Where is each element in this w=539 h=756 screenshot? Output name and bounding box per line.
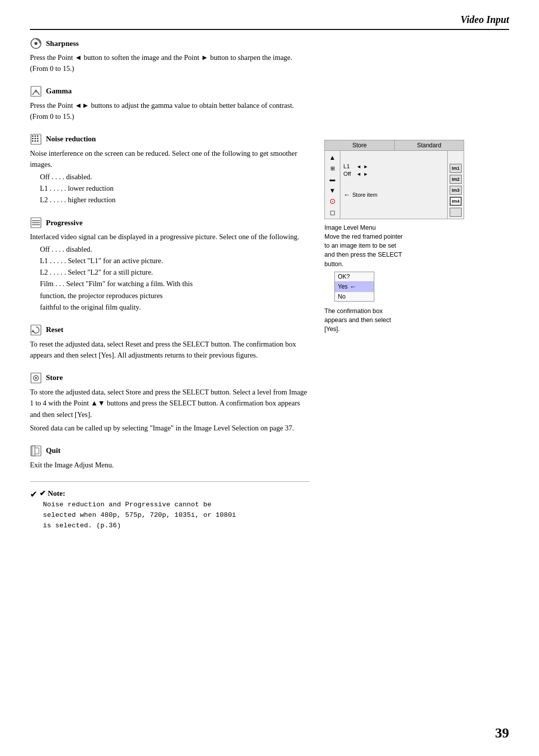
- confirm-caption: The confirmation box appears and then se…: [324, 307, 514, 334]
- reset-body: To reset the adjusted data, select Reset…: [30, 339, 309, 361]
- confirm-ok: OK?: [335, 272, 374, 282]
- page-number: 39: [495, 725, 509, 741]
- menu-right-images: Im1 Im2 Im3 Im4: [447, 151, 464, 219]
- gamma-title: Gamma: [46, 87, 72, 95]
- section-noise: Noise reduction Noise interference on th…: [30, 133, 309, 206]
- quit-body: Exit the Image Adjust Menu.: [30, 459, 309, 470]
- section-store: Store To store the adjusted data, select…: [30, 372, 309, 434]
- store-item-line: ← Store item: [343, 191, 444, 199]
- noise-body: Noise interference on the screen can be …: [30, 148, 309, 170]
- note-section: ✔ ✔ Note: Noise reduction and Progressiv…: [30, 489, 309, 531]
- store-body: To store the adjusted data, select Store…: [30, 386, 309, 434]
- menu-icon-bar: ▬: [327, 175, 338, 184]
- menu-left-icons: ▲ ⊞ ▬ ▼ ⊙ ◻: [325, 151, 340, 219]
- note-body: Noise reduction and Progressive cannot b…: [43, 500, 309, 531]
- header-divider: [30, 29, 509, 30]
- svg-rect-9: [37, 138, 38, 139]
- menu-image-4: Im4: [450, 197, 462, 206]
- menu-icon-down: ▼: [327, 186, 338, 195]
- noise-icon: [30, 133, 42, 145]
- svg-rect-17: [31, 325, 41, 335]
- menu-row-off: Off ◄ ►: [343, 171, 444, 177]
- store-item-label: Store item: [352, 192, 377, 198]
- confirm-box: OK? Yes ← No: [334, 272, 374, 302]
- sharpness-body: Press the Point ◄ button to soften the i…: [30, 52, 309, 74]
- svg-rect-4: [32, 135, 33, 137]
- gamma-body: Press the Point ◄► buttons to adjust the…: [30, 100, 309, 122]
- progressive-icon: [30, 217, 42, 229]
- noise-title: Noise reduction: [46, 135, 96, 143]
- confirm-yes: Yes ←: [335, 282, 374, 292]
- svg-rect-7: [32, 138, 33, 139]
- quit-icon: [30, 445, 42, 457]
- section-gamma: Gamma Press the Point ◄► buttons to adju…: [30, 85, 309, 122]
- menu-row-l1: L1 ◄ ►: [343, 163, 444, 169]
- progressive-body: Interlaced video signal can be displayed…: [30, 231, 309, 242]
- svg-rect-8: [34, 138, 36, 139]
- main-content: Sharpness Press the Point ◄ button to so…: [30, 37, 309, 726]
- menu-image-3: Im3: [450, 186, 462, 195]
- menu-icon-target: ⊙: [327, 197, 338, 206]
- menu-icon-square: ◻: [327, 208, 338, 217]
- section-progressive: Progressive Interlaced video signal can …: [30, 217, 309, 313]
- section-quit: Quit Exit the Image Adjust Menu.: [30, 445, 309, 470]
- note-divider: [30, 481, 309, 482]
- menu-image-1: Im1: [450, 164, 462, 173]
- sharpness-title: Sharpness: [46, 39, 79, 48]
- svg-rect-11: [34, 140, 36, 142]
- reset-icon: [30, 324, 42, 336]
- section-sharpness: Sharpness Press the Point ◄ button to so…: [30, 37, 309, 74]
- store-icon: [30, 372, 42, 384]
- svg-rect-24: [32, 446, 35, 456]
- menu-center: L1 ◄ ► Off ◄ ► ← Store item: [340, 151, 447, 219]
- menu-icon-up: ▲: [327, 153, 338, 162]
- menu-image-empty: [450, 208, 462, 217]
- sharpness-icon: [30, 37, 42, 49]
- svg-rect-10: [32, 140, 33, 142]
- confirm-no: No: [335, 292, 374, 301]
- menu-header-store: Store: [325, 140, 395, 150]
- gamma-icon: [30, 85, 42, 97]
- note-check-icon: ✔: [30, 489, 37, 500]
- store-title: Store: [46, 374, 63, 382]
- progressive-list: Off . . . . disabled. L1 . . . . . Selec…: [40, 244, 309, 313]
- menu-diagram: Store Standard ▲ ⊞ ▬ ▼ ⊙ ◻ L1 ◄ ►: [324, 140, 464, 219]
- svg-point-1: [34, 42, 37, 45]
- noise-list: Off . . . . disabled. L1 . . . . . lower…: [40, 171, 309, 206]
- section-reset: Reset To reset the adjusted data, select…: [30, 324, 309, 361]
- svg-rect-5: [34, 135, 36, 137]
- note-label: ✔ Note:: [39, 489, 65, 498]
- quit-title: Quit: [46, 446, 60, 455]
- menu-icon-grid: ⊞: [327, 164, 338, 173]
- right-panel: Store Standard ▲ ⊞ ▬ ▼ ⊙ ◻ L1 ◄ ►: [324, 140, 514, 334]
- progressive-title: Progressive: [46, 219, 83, 227]
- svg-point-21: [35, 377, 37, 379]
- reset-title: Reset: [46, 326, 63, 334]
- menu-caption: Image Level Menu Move the red framed poi…: [324, 223, 514, 269]
- svg-rect-6: [37, 135, 38, 137]
- menu-image-2: Im2: [450, 175, 462, 184]
- menu-header-standard: Standard: [395, 140, 464, 150]
- page-title: Video Input: [461, 14, 509, 25]
- svg-marker-18: [31, 330, 34, 332]
- svg-rect-12: [37, 140, 38, 142]
